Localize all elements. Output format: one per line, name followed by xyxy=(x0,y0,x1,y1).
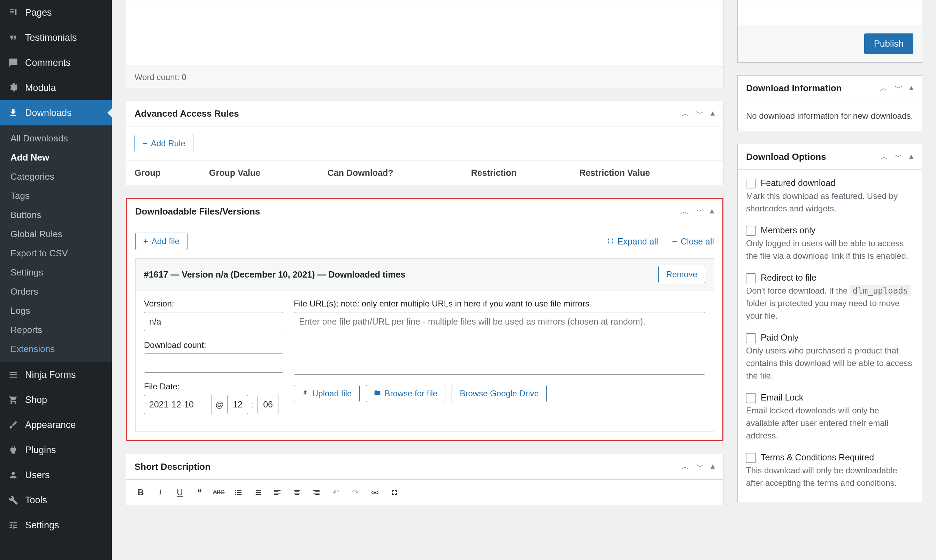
forms-icon xyxy=(7,368,20,381)
version-label: Version: xyxy=(144,299,283,309)
file-date-label: File Date: xyxy=(144,382,283,391)
file-urls-textarea[interactable] xyxy=(294,312,705,375)
submenu-buttons[interactable]: Buttons xyxy=(0,206,112,225)
publish-button[interactable]: Publish xyxy=(864,34,913,54)
remove-version-button[interactable]: Remove xyxy=(658,266,705,283)
panel-up-icon[interactable]: ︿ xyxy=(880,151,888,162)
panel-toggle-icon[interactable]: ▴ xyxy=(710,206,714,217)
featured-checkbox[interactable] xyxy=(746,178,756,188)
panel-down-icon[interactable]: ﹀ xyxy=(894,151,903,162)
download-count-input[interactable] xyxy=(144,354,283,372)
email-checkbox[interactable] xyxy=(746,393,756,403)
comment-icon xyxy=(7,57,20,69)
blockquote-button[interactable]: ❝ xyxy=(192,485,207,500)
link-button[interactable] xyxy=(367,485,382,500)
add-rule-button[interactable]: + Add Rule xyxy=(134,135,193,152)
browse-gdrive-button[interactable]: Browse Google Drive xyxy=(452,385,547,402)
sidebar-label: Plugins xyxy=(25,445,56,455)
expand-all-link[interactable]: Expand all xyxy=(607,237,658,246)
hour-input[interactable] xyxy=(227,395,248,414)
numbered-list-button[interactable] xyxy=(250,485,265,500)
sidebar-item-comments[interactable]: Comments xyxy=(0,50,112,75)
svg-point-1 xyxy=(235,492,236,493)
version-input[interactable] xyxy=(144,312,283,331)
right-sidebar: Publish Download Information ︿ ﹀ ▴ No do… xyxy=(737,0,936,560)
sidebar-item-downloads[interactable]: Downloads xyxy=(0,100,112,125)
panel-up-icon[interactable]: ︿ xyxy=(680,206,689,217)
submenu-orders[interactable]: Orders xyxy=(0,282,112,301)
sidebar-item-ninja-forms[interactable]: Ninja Forms xyxy=(0,362,112,387)
redo-button[interactable]: ↷ xyxy=(348,485,363,500)
folder-icon xyxy=(374,389,381,398)
sidebar-item-pages[interactable]: Pages xyxy=(0,0,112,25)
sidebar-item-users[interactable]: Users xyxy=(0,463,112,488)
cart-icon xyxy=(7,394,20,406)
terms-checkbox[interactable] xyxy=(746,453,756,463)
sidebar-label: Pages xyxy=(25,7,52,18)
sliders-icon xyxy=(7,519,20,531)
panel-title: Downloadable Files/Versions xyxy=(135,206,260,217)
sidebar-item-modula[interactable]: Modula xyxy=(0,75,112,100)
paid-label: Paid Only xyxy=(761,332,798,343)
minute-input[interactable] xyxy=(258,395,278,414)
sidebar-item-shop[interactable]: Shop xyxy=(0,387,112,412)
plus-icon: + xyxy=(142,138,147,148)
add-file-button[interactable]: + Add file xyxy=(135,232,188,250)
panel-down-icon[interactable]: ﹀ xyxy=(695,206,703,217)
date-input[interactable] xyxy=(144,395,212,414)
short-description-panel: Short Description ︿ ﹀ ▴ B I U ❝ ABC ↶ ↷ xyxy=(126,454,723,505)
sidebar-label: Comments xyxy=(25,57,71,68)
word-count: Word count: 0 xyxy=(126,66,723,88)
sidebar-item-tools[interactable]: Tools xyxy=(0,488,112,512)
redirect-checkbox[interactable] xyxy=(746,273,756,283)
plug-icon xyxy=(7,444,20,456)
panel-toggle-icon[interactable]: ▴ xyxy=(711,108,715,119)
panel-up-icon[interactable]: ︿ xyxy=(681,461,689,472)
submenu-tags[interactable]: Tags xyxy=(0,186,112,206)
members-checkbox[interactable] xyxy=(746,226,756,236)
paid-checkbox[interactable] xyxy=(746,333,756,343)
align-center-button[interactable] xyxy=(289,485,305,500)
align-left-button[interactable] xyxy=(270,485,285,500)
editor-body[interactable] xyxy=(126,0,723,66)
submenu-global-rules[interactable]: Global Rules xyxy=(0,225,112,244)
panel-down-icon[interactable]: ﹀ xyxy=(696,108,704,119)
upload-file-button[interactable]: Upload file xyxy=(294,385,359,402)
submenu-add-new[interactable]: Add New xyxy=(0,148,112,167)
bold-button[interactable]: B xyxy=(133,485,148,500)
panel-down-icon[interactable]: ﹀ xyxy=(696,461,704,472)
submenu-settings[interactable]: Settings xyxy=(0,263,112,282)
download-count-label: Download count: xyxy=(144,340,283,350)
sidebar-item-settings[interactable]: Settings xyxy=(0,512,112,538)
panel-up-icon[interactable]: ︿ xyxy=(681,108,689,119)
panel-toggle-icon[interactable]: ▴ xyxy=(909,151,913,162)
sidebar-item-appearance[interactable]: Appearance xyxy=(0,412,112,437)
sidebar-item-testimonials[interactable]: Testimonials xyxy=(0,25,112,50)
content-editor-panel: Word count: 0 xyxy=(126,0,723,88)
panel-toggle-icon[interactable]: ▴ xyxy=(711,461,715,472)
strikethrough-button[interactable]: ABC xyxy=(211,485,227,500)
sidebar-item-plugins[interactable]: Plugins xyxy=(0,437,112,463)
submenu-extensions[interactable]: Extensions xyxy=(0,340,112,359)
brush-icon xyxy=(7,418,20,431)
panel-down-icon[interactable]: ﹀ xyxy=(894,83,903,94)
submenu-reports[interactable]: Reports xyxy=(0,320,112,340)
panel-toggle-icon[interactable]: ▴ xyxy=(909,83,913,94)
rules-table: Group Group Value Can Download? Restrict… xyxy=(126,160,723,185)
bullet-list-button[interactable] xyxy=(231,485,246,500)
align-right-button[interactable] xyxy=(309,485,324,500)
submenu-logs[interactable]: Logs xyxy=(0,301,112,320)
close-all-link[interactable]: − Close all xyxy=(672,237,714,246)
terms-label: Terms & Conditions Required xyxy=(761,452,874,463)
submenu-categories[interactable]: Categories xyxy=(0,167,112,186)
italic-button[interactable]: I xyxy=(153,485,168,500)
panel-up-icon[interactable]: ︿ xyxy=(880,83,888,94)
submenu-all-downloads[interactable]: All Downloads xyxy=(0,129,112,148)
submenu-export-csv[interactable]: Export to CSV xyxy=(0,244,112,263)
undo-button[interactable]: ↶ xyxy=(328,485,344,500)
advanced-access-rules-panel: Advanced Access Rules ︿ ﹀ ▴ + Add Rule G… xyxy=(126,101,723,185)
fullscreen-button[interactable] xyxy=(387,485,402,500)
underline-button[interactable]: U xyxy=(172,485,188,500)
browse-file-button[interactable]: Browse for file xyxy=(366,385,446,402)
col-restriction-value: Restriction Value xyxy=(571,161,723,185)
